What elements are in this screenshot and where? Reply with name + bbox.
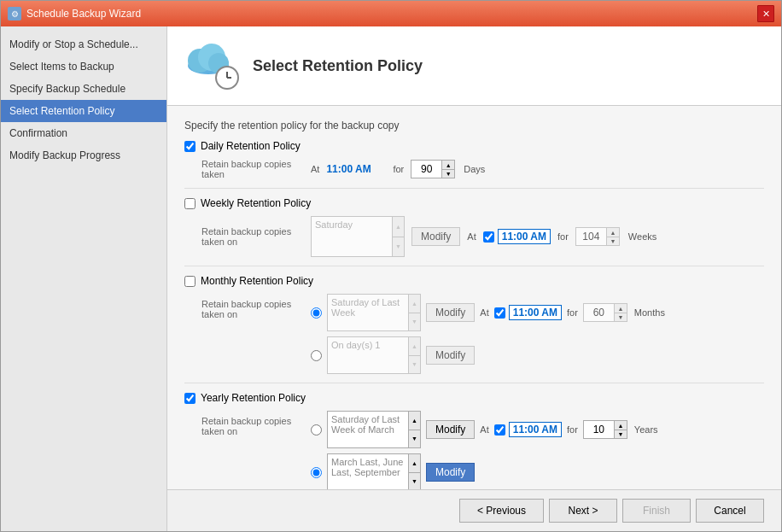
daily-days-arrows: ▲ ▼	[441, 161, 454, 178]
yearly-option1-up[interactable]: ▲	[409, 412, 420, 430]
sidebar-item-specify-schedule[interactable]: Specify Backup Schedule	[1, 78, 166, 100]
main-panel: Select Retention Policy Specify the rete…	[167, 26, 781, 531]
weekly-day-value: Saturday	[312, 217, 404, 256]
weekly-day-down[interactable]: ▼	[393, 237, 404, 257]
finish-button[interactable]: Finish	[622, 499, 691, 523]
yearly-option2-down[interactable]: ▼	[409, 472, 420, 490]
weekly-policy-label: Weekly Retention Policy	[201, 197, 311, 209]
monthly-months-up[interactable]: ▲	[615, 304, 627, 313]
monthly-option2-value: On day(s) 1	[328, 337, 420, 373]
monthly-option2-row: On day(s) 1 ▲ ▼ Modify	[311, 336, 665, 374]
monthly-option1-row: Saturday of Last Week ▲ ▼ Modify At 11:	[311, 294, 665, 331]
daily-for-label: for	[393, 164, 404, 174]
yearly-option1-select[interactable]: Saturday of Last Week of March ▲ ▼	[327, 411, 421, 448]
previous-button[interactable]: < Previous	[459, 499, 544, 523]
daily-days-down[interactable]: ▼	[442, 169, 454, 178]
daily-policy-checkbox[interactable]	[184, 141, 196, 152]
title-bar-left: ⚙ Schedule Backup Wizard	[8, 7, 141, 20]
weekly-time: 11:00 AM	[498, 229, 551, 244]
title-bar: ⚙ Schedule Backup Wizard ✕	[1, 1, 781, 26]
monthly-row-label: Retain backup copies taken on	[201, 299, 304, 319]
sidebar-item-confirmation[interactable]: Confirmation	[1, 122, 166, 144]
monthly-unit: Months	[634, 307, 665, 318]
monthly-radio2[interactable]	[311, 350, 322, 361]
yearly-option1-value: Saturday of Last Week of March	[328, 412, 420, 447]
cancel-button[interactable]: Cancel	[696, 499, 764, 523]
monthly-time-checkbox[interactable]	[494, 307, 505, 319]
yearly-option1-row: Saturday of Last Week of March ▲ ▼ Modif…	[311, 411, 658, 448]
yearly-years-input[interactable]	[584, 421, 614, 438]
weekly-weeks-up[interactable]: ▲	[607, 228, 619, 237]
sidebar-item-select-items[interactable]: Select Items to Backup	[1, 56, 166, 78]
monthly-option1-select[interactable]: Saturday of Last Week ▲ ▼	[327, 294, 421, 331]
weekly-weeks-input[interactable]	[576, 228, 606, 245]
monthly-option1-up[interactable]: ▲	[409, 295, 420, 313]
monthly-option2-arrows: ▲ ▼	[408, 337, 420, 373]
daily-row-label: Retain backup copies taken	[201, 159, 304, 179]
next-button[interactable]: Next >	[549, 499, 617, 523]
yearly-policy-row: Retain backup copies taken on Saturday o…	[201, 411, 764, 489]
yearly-policy-header: Yearly Retention Policy	[184, 392, 764, 404]
weekly-time-row: 11:00 AM	[483, 229, 551, 244]
monthly-modify1-btn[interactable]: Modify	[426, 303, 475, 322]
divider-3	[184, 383, 764, 383]
app-icon: ⚙	[8, 7, 21, 20]
weekly-modify-btn[interactable]: Modify	[411, 227, 460, 246]
page-header: Select Retention Policy	[167, 26, 781, 106]
sidebar-item-modify-stop[interactable]: Modify or Stop a Schedule...	[1, 33, 166, 56]
yearly-for-label: for	[567, 424, 578, 435]
yearly-time-row: 11:00 AM	[494, 422, 562, 437]
daily-policy-label: Daily Retention Policy	[201, 140, 301, 152]
yearly-years-down[interactable]: ▼	[615, 430, 627, 438]
yearly-option1-down[interactable]: ▼	[409, 430, 420, 448]
yearly-radio2[interactable]	[311, 467, 322, 478]
monthly-option2-select[interactable]: On day(s) 1 ▲ ▼	[327, 336, 421, 374]
divider-1	[184, 188, 764, 189]
yearly-years-up[interactable]: ▲	[615, 421, 627, 430]
daily-policy-header: Daily Retention Policy	[184, 140, 764, 152]
monthly-policy-checkbox[interactable]	[184, 276, 196, 287]
weekly-policy-checkbox[interactable]	[184, 198, 196, 209]
yearly-modify1-btn[interactable]: Modify	[426, 420, 475, 439]
monthly-months-spinner[interactable]: ▲ ▼	[583, 303, 627, 322]
monthly-modify2-btn[interactable]: Modify	[426, 346, 475, 365]
daily-at-label: At	[311, 164, 319, 174]
daily-days-spinner[interactable]: ▲ ▼	[411, 160, 455, 178]
sidebar-item-select-retention[interactable]: Select Retention Policy	[1, 100, 166, 122]
sidebar-item-modify-progress[interactable]: Modify Backup Progress	[1, 144, 166, 167]
monthly-option2-down[interactable]: ▼	[409, 355, 420, 374]
yearly-time-checkbox[interactable]	[494, 424, 505, 436]
monthly-radio1[interactable]	[311, 307, 322, 319]
weekly-weeks-arrows: ▲ ▼	[606, 228, 619, 245]
weekly-day-up[interactable]: ▲	[393, 217, 404, 237]
divider-2	[184, 266, 764, 266]
yearly-time: 11:00 AM	[509, 422, 562, 437]
yearly-option2-up[interactable]: ▲	[409, 454, 420, 472]
section-description: Specify the retention policy for the bac…	[184, 120, 764, 132]
yearly-policy-checkbox[interactable]	[184, 393, 196, 404]
yearly-years-spinner[interactable]: ▲ ▼	[583, 420, 627, 439]
monthly-time: 11:00 AM	[509, 305, 562, 320]
yearly-row-label: Retain backup copies taken on	[201, 416, 304, 436]
yearly-policy-label: Yearly Retention Policy	[201, 392, 306, 404]
weekly-time-checkbox[interactable]	[483, 231, 494, 243]
weekly-day-select[interactable]: Saturday ▲ ▼	[311, 216, 405, 257]
daily-unit: Days	[464, 164, 485, 174]
daily-days-up[interactable]: ▲	[442, 161, 454, 169]
monthly-months-down[interactable]: ▼	[615, 313, 627, 321]
monthly-option1-value: Saturday of Last Week	[328, 295, 420, 330]
yearly-option2-value: March Last, June Last, September	[328, 454, 420, 489]
yearly-modify2-btn[interactable]: Modify	[426, 463, 475, 482]
monthly-option1-down[interactable]: ▼	[409, 313, 420, 331]
monthly-months-input[interactable]	[584, 304, 614, 321]
weekly-weeks-spinner[interactable]: ▲ ▼	[575, 227, 620, 246]
weekly-weeks-down[interactable]: ▼	[607, 237, 619, 245]
yearly-option2-select[interactable]: March Last, June Last, September ▲ ▼	[327, 453, 421, 489]
daily-time: 11:00 AM	[326, 163, 386, 175]
close-button[interactable]: ✕	[757, 5, 774, 22]
monthly-option2-up[interactable]: ▲	[409, 337, 420, 355]
daily-days-input[interactable]	[411, 161, 441, 178]
yearly-radio1[interactable]	[311, 424, 322, 436]
monthly-option1-arrows: ▲ ▼	[408, 295, 420, 330]
monthly-at-label: At	[480, 307, 488, 318]
